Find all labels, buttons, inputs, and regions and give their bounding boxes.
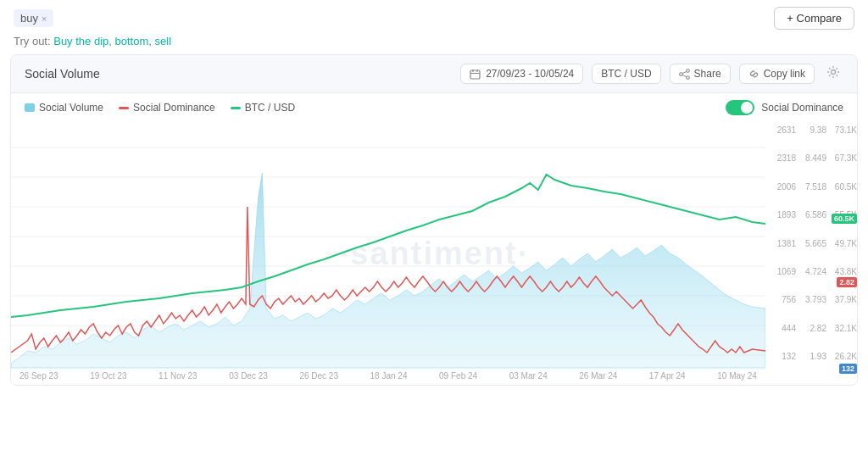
- share-button[interactable]: Share: [670, 64, 731, 84]
- y-label-left: 2318: [777, 153, 796, 163]
- legend-items: Social Volume Social Dominance BTC / USD: [25, 102, 295, 114]
- y-label-left: 2631: [777, 125, 796, 135]
- legend-dot-red: [119, 107, 129, 109]
- y-label-mid: 3.793: [805, 295, 826, 304]
- badge-red: 2.82: [837, 277, 857, 287]
- x-label: 18 Jan 24: [370, 371, 408, 381]
- y-axis-left: 263123182006189313811069756444132: [754, 122, 796, 364]
- legend-btc-usd-label: BTC / USD: [245, 102, 295, 114]
- x-label: 03 Mar 24: [509, 371, 548, 381]
- chart-title: Social Volume: [25, 67, 100, 81]
- legend-dot-cyan: [25, 103, 35, 112]
- search-tag[interactable]: buy ×: [14, 9, 53, 27]
- settings-button[interactable]: [823, 64, 843, 84]
- y-label-mid: 6.586: [805, 210, 826, 220]
- copy-label: Copy link: [764, 68, 805, 80]
- badge-blue: 132: [839, 364, 857, 374]
- toggle-knob: [741, 102, 753, 114]
- y-label-left: 756: [782, 295, 796, 304]
- y-label-mid: 2.82: [810, 324, 826, 333]
- link-icon: [748, 69, 760, 80]
- y-label-right: 49.7K: [835, 239, 857, 248]
- y-label-mid: 7.518: [805, 182, 826, 192]
- svg-line-7: [682, 71, 687, 73]
- date-range-button[interactable]: 27/09/23 - 10/05/24: [460, 64, 583, 84]
- y-label-right: 37.9K: [835, 295, 857, 304]
- legend-dot-green: [231, 107, 241, 109]
- social-dominance-toggle[interactable]: [726, 100, 754, 115]
- svg-point-9: [832, 70, 836, 75]
- try-out-link-buy-dip[interactable]: Buy the dip: [53, 35, 108, 47]
- svg-point-6: [679, 72, 682, 75]
- share-icon: [679, 69, 690, 80]
- y-label-right: 32.1K: [835, 324, 857, 333]
- legend-social-volume: Social Volume: [25, 102, 103, 114]
- search-tag-text: buy: [20, 12, 38, 25]
- x-label: 11 Nov 23: [159, 371, 198, 381]
- x-label: 19 Oct 23: [90, 371, 126, 381]
- y-label-right: 60.5K: [835, 182, 857, 192]
- y-label-right: 67.3K: [835, 153, 857, 163]
- x-label: 10 May 24: [717, 371, 757, 381]
- pair-button[interactable]: BTC / USD: [592, 64, 660, 84]
- try-out-label: Try out:: [14, 35, 51, 47]
- x-axis: 26 Sep 2319 Oct 2311 Nov 2303 Dec 2326 D…: [11, 366, 765, 385]
- y-label-left: 2006: [777, 182, 796, 192]
- toggle-label: Social Dominance: [761, 102, 843, 114]
- try-out-link-sell[interactable]: sell: [155, 35, 172, 47]
- y-label-left: 1381: [777, 239, 796, 248]
- legend-social-dominance-label: Social Dominance: [133, 102, 215, 114]
- x-label: 03 Dec 23: [229, 371, 268, 381]
- y-label-left: 1893: [777, 210, 796, 220]
- try-out-link-bottom[interactable]: bottom: [115, 35, 149, 47]
- chart-area: ·santiment·: [11, 122, 857, 385]
- toggle-group: Social Dominance: [726, 100, 843, 115]
- chart-header: Social Volume 27/09/23 - 10/05/24 BTC / …: [11, 55, 857, 93]
- legend-social-dominance: Social Dominance: [119, 102, 215, 114]
- x-label: 26 Mar 24: [579, 371, 617, 381]
- x-label: 26 Sep 23: [19, 371, 58, 381]
- legend-btc-usd: BTC / USD: [231, 102, 295, 114]
- svg-point-5: [686, 75, 689, 79]
- date-range-text: 27/09/23 - 10/05/24: [486, 68, 574, 80]
- y-axis-mid: 9.388.4497.5186.5865.6654.7243.7932.821.…: [796, 122, 826, 364]
- y-label-mid: 9.38: [810, 125, 826, 135]
- calendar-icon: [470, 69, 481, 80]
- y-label-mid: 5.665: [805, 239, 826, 248]
- x-label: 26 Dec 23: [299, 371, 338, 381]
- y-label-mid: 8.449: [805, 153, 826, 163]
- gear-icon: [826, 65, 840, 79]
- svg-line-8: [682, 75, 687, 76]
- chart-svg: [11, 122, 765, 385]
- try-out-bar: Try out: Buy the dip, bottom, sell: [0, 33, 868, 54]
- chart-header-controls: 27/09/23 - 10/05/24 BTC / USD Share Copy…: [460, 64, 843, 84]
- y-label-right: 26.2K: [835, 352, 857, 361]
- legend-social-volume-label: Social Volume: [39, 102, 103, 114]
- compare-button[interactable]: + Compare: [774, 7, 854, 30]
- copy-link-button[interactable]: Copy link: [739, 64, 815, 84]
- y-label-left: 444: [782, 324, 796, 333]
- top-bar: buy × + Compare: [0, 0, 868, 33]
- y-label-right: 43.8K: [835, 267, 857, 276]
- y-label-mid: 1.93: [810, 352, 826, 361]
- badge-green: 60.5K: [832, 214, 857, 224]
- y-label-right: 73.1K: [835, 125, 857, 135]
- x-label: 09 Feb 24: [439, 371, 477, 381]
- svg-point-4: [686, 69, 689, 72]
- chart-container: Social Volume 27/09/23 - 10/05/24 BTC / …: [10, 54, 858, 386]
- svg-rect-0: [470, 70, 480, 79]
- y-label-left: 1069: [777, 267, 796, 276]
- legend-bar: Social Volume Social Dominance BTC / USD…: [11, 93, 857, 122]
- y-label-left: 132: [782, 352, 796, 361]
- search-tag-close[interactable]: ×: [42, 14, 47, 24]
- share-label: Share: [694, 68, 721, 80]
- y-label-mid: 4.724: [805, 267, 826, 276]
- y-axis-right: 73.1K67.3K60.5K55.5K49.7K43.8K37.9K32.1K…: [826, 122, 857, 364]
- x-label: 17 Apr 24: [649, 371, 686, 381]
